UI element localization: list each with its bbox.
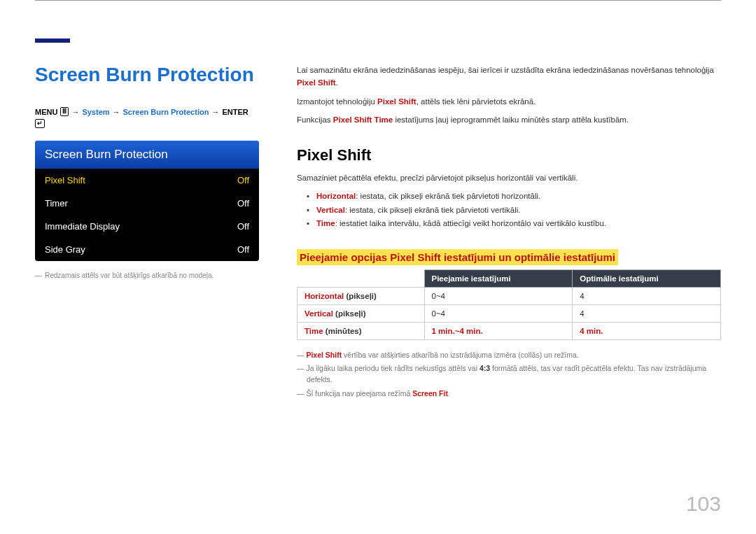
bullet-vertical: Vertical: iestata, cik pikseļi ekrānā ti… bbox=[316, 204, 721, 218]
bullet-time: Time: iestatiet laika intervālu, kādā at… bbox=[316, 217, 721, 231]
bullet-term: Vertical bbox=[316, 206, 345, 214]
cell-label-rest: (pikseļi) bbox=[333, 309, 366, 318]
text: Lai samazinātu ekrāna iededzināšanas ies… bbox=[297, 66, 714, 74]
osd-footnote: ―Redzamais attēls var būt atšķirīgs atka… bbox=[35, 271, 259, 281]
osd-title: Screen Burn Protection bbox=[35, 141, 259, 169]
settings-table: Pieejamie iestatījumi Optimālie iestatīj… bbox=[297, 269, 721, 340]
note-red: Pixel Shift bbox=[306, 351, 342, 359]
cell-label-red: Time bbox=[304, 327, 323, 335]
text: Funkcijas bbox=[297, 115, 333, 124]
bullet-term: Time bbox=[316, 219, 335, 227]
bc-enter: ENTER bbox=[222, 108, 248, 116]
menu-icon: Ⅲ bbox=[60, 107, 69, 116]
cell-available: 0~4 bbox=[424, 304, 573, 322]
intro-p1: Lai samazinātu ekrāna iededzināšanas ies… bbox=[297, 64, 721, 90]
text: . bbox=[336, 78, 338, 87]
table-row: Horizontal (pikseļi) 0~4 4 bbox=[298, 287, 721, 304]
highlight-term: Pixel Shift bbox=[377, 97, 416, 106]
bullet-horizontal: Horizontal: iestata, cik pikseļi ekrānā … bbox=[316, 190, 721, 204]
note-text: vērtība var atšķirties atkarībā no izstr… bbox=[342, 351, 578, 359]
osd-value: Off bbox=[237, 221, 249, 232]
dash-icon: ― bbox=[297, 351, 304, 359]
osd-row-side-gray[interactable]: Side Gray Off bbox=[35, 238, 259, 261]
page-number: 103 bbox=[686, 492, 721, 516]
cell-label-rest: (pikseļi) bbox=[344, 292, 377, 300]
dash-icon: ― bbox=[297, 364, 304, 372]
table-heading: Pieejamie opcijas Pixel Shift iestatījum… bbox=[297, 249, 618, 265]
note-bold: 4:3 bbox=[479, 364, 490, 372]
osd-label: Immediate Display bbox=[45, 221, 120, 232]
note-3: ― Šī funkcija nav pieejama režīmā Screen… bbox=[297, 388, 721, 400]
note-text: Ja ilgāku laika periodu tiek rādīts neku… bbox=[306, 364, 479, 372]
osd-row-timer[interactable]: Timer Off bbox=[35, 192, 259, 215]
section-pixel-shift-title: Pixel Shift bbox=[297, 146, 721, 164]
osd-row-pixel-shift[interactable]: Pixel Shift Off bbox=[35, 169, 259, 192]
intro-p2: Izmantojot tehnoloģiju Pixel Shift, attē… bbox=[297, 95, 721, 108]
cell-label-red: Horizontal bbox=[304, 292, 344, 300]
dash-icon: ― bbox=[297, 389, 304, 398]
accent-bar bbox=[35, 38, 70, 43]
cell-available: 0~4 bbox=[424, 287, 573, 304]
cell-optimal: 4 bbox=[573, 287, 721, 304]
cell-optimal: 4 min. bbox=[573, 322, 721, 339]
section-lead: Samaziniet pēcattēla efektu, precīzi pār… bbox=[297, 171, 721, 184]
text: iestatījums ļauj ieprogrammēt laiku minū… bbox=[393, 115, 629, 124]
osd-row-immediate-display[interactable]: Immediate Display Off bbox=[35, 215, 259, 238]
cell-optimal: 4 bbox=[573, 304, 721, 322]
bullet-term: Horizontal bbox=[316, 192, 356, 200]
breadcrumb: MENU Ⅲ → System → Screen Burn Protection… bbox=[35, 107, 259, 128]
osd-label: Timer bbox=[45, 198, 68, 209]
osd-value: Off bbox=[237, 175, 249, 185]
bc-sbp: Screen Burn Protection bbox=[123, 108, 209, 116]
bullet-text: : iestata, cik pikseļi ekrānā tiek pārvi… bbox=[356, 192, 540, 200]
bc-system: System bbox=[82, 108, 109, 116]
osd-value: Off bbox=[237, 198, 249, 209]
col-available: Pieejamie iestatījumi bbox=[424, 269, 573, 287]
osd-label: Side Gray bbox=[45, 244, 85, 255]
col-optimal: Optimālie iestatījumi bbox=[573, 269, 721, 287]
osd-value: Off bbox=[237, 244, 249, 255]
enter-icon: ↵ bbox=[35, 119, 45, 128]
table-row: Time (minūtes) 1 min.~4 min. 4 min. bbox=[298, 322, 721, 339]
bc-menu: MENU bbox=[35, 108, 57, 116]
note-text: . bbox=[448, 389, 450, 398]
note-red: Screen Fit bbox=[412, 389, 448, 398]
osd-footnote-text: Redzamais attēls var būt atšķirīgs atkar… bbox=[45, 272, 214, 279]
arrow-icon: → bbox=[113, 108, 120, 116]
osd-label: Pixel Shift bbox=[45, 175, 85, 185]
cell-label-red: Vertical bbox=[304, 309, 333, 318]
arrow-icon: → bbox=[71, 108, 79, 116]
text: Izmantojot tehnoloģiju bbox=[297, 97, 377, 106]
text: , attēls tiek lēni pārvietots ekrānā. bbox=[416, 97, 536, 106]
osd-panel: Screen Burn Protection Pixel Shift Off T… bbox=[35, 141, 259, 261]
arrow-icon: → bbox=[211, 108, 219, 116]
note-2: ― Ja ilgāku laika periodu tiek rādīts ne… bbox=[297, 363, 721, 386]
bullet-list: Horizontal: iestata, cik pikseļi ekrānā … bbox=[297, 190, 721, 231]
page-title: Screen Burn Protection bbox=[35, 64, 259, 86]
footnotes: ― Pixel Shift vērtība var atšķirties atk… bbox=[297, 350, 721, 400]
highlight-term: Pixel Shift bbox=[297, 78, 336, 87]
cell-label-rest: (minūtes) bbox=[323, 327, 362, 335]
table-row: Vertical (pikseļi) 0~4 4 bbox=[298, 304, 721, 322]
intro-p3: Funkcijas Pixel Shift Time iestatījums ļ… bbox=[297, 113, 721, 126]
note-text: Šī funkcija nav pieejama režīmā bbox=[306, 389, 412, 398]
note-1: ― Pixel Shift vērtība var atšķirties atk… bbox=[297, 350, 721, 361]
cell-available: 1 min.~4 min. bbox=[424, 322, 573, 339]
table-header-row: Pieejamie iestatījumi Optimālie iestatīj… bbox=[298, 269, 721, 287]
bullet-text: : iestata, cik pikseļi ekrānā tiek pārvi… bbox=[345, 206, 521, 214]
highlight-term: Pixel Shift Time bbox=[333, 115, 393, 124]
dash-icon: ― bbox=[35, 272, 42, 279]
bullet-text: : iestatiet laika intervālu, kādā attiec… bbox=[335, 219, 606, 227]
